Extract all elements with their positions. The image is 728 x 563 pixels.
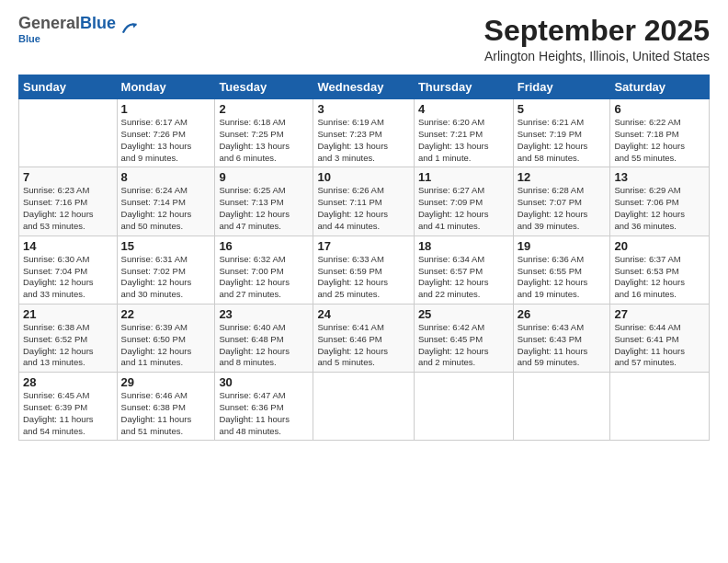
calendar-cell: 12Sunrise: 6:28 AM Sunset: 7:07 PM Dayli… — [513, 167, 610, 236]
day-number: 19 — [518, 239, 607, 253]
day-number: 20 — [614, 239, 705, 253]
logo-blue: Blue — [80, 14, 116, 32]
day-info: Sunrise: 6:43 AM Sunset: 6:43 PM Dayligh… — [518, 322, 607, 369]
calendar-cell: 26Sunrise: 6:43 AM Sunset: 6:43 PM Dayli… — [513, 304, 610, 372]
logo: GeneralBlue Blue — [18, 15, 138, 44]
calendar-cell: 3Sunrise: 6:19 AM Sunset: 7:23 PM Daylig… — [313, 99, 414, 167]
logo-text: GeneralBlue — [18, 15, 116, 33]
day-info: Sunrise: 6:23 AM Sunset: 7:16 PM Dayligh… — [23, 185, 113, 232]
calendar-cell: 9Sunrise: 6:25 AM Sunset: 7:13 PM Daylig… — [215, 167, 313, 236]
day-number: 26 — [518, 307, 607, 321]
day-number: 21 — [23, 307, 113, 321]
day-info: Sunrise: 6:25 AM Sunset: 7:13 PM Dayligh… — [219, 185, 309, 232]
calendar-cell: 28Sunrise: 6:45 AM Sunset: 6:39 PM Dayli… — [19, 373, 118, 441]
day-number: 5 — [518, 102, 607, 116]
day-info: Sunrise: 6:45 AM Sunset: 6:39 PM Dayligh… — [23, 390, 113, 437]
calendar-cell — [313, 373, 414, 441]
calendar-cell — [414, 373, 513, 441]
calendar-cell: 18Sunrise: 6:34 AM Sunset: 6:57 PM Dayli… — [414, 236, 513, 304]
day-info: Sunrise: 6:20 AM Sunset: 7:21 PM Dayligh… — [418, 117, 509, 164]
calendar-cell: 19Sunrise: 6:36 AM Sunset: 6:55 PM Dayli… — [513, 236, 610, 304]
day-info: Sunrise: 6:32 AM Sunset: 7:00 PM Dayligh… — [219, 254, 309, 301]
day-number: 11 — [418, 170, 509, 184]
calendar-cell: 2Sunrise: 6:18 AM Sunset: 7:25 PM Daylig… — [215, 99, 313, 167]
calendar-header-row: Sunday Monday Tuesday Wednesday Thursday… — [19, 75, 710, 99]
day-info: Sunrise: 6:18 AM Sunset: 7:25 PM Dayligh… — [219, 117, 309, 164]
calendar-week-4: 21Sunrise: 6:38 AM Sunset: 6:52 PM Dayli… — [19, 304, 710, 372]
calendar-cell: 7Sunrise: 6:23 AM Sunset: 7:16 PM Daylig… — [19, 167, 118, 236]
day-number: 10 — [317, 170, 409, 184]
day-info: Sunrise: 6:41 AM Sunset: 6:46 PM Dayligh… — [317, 322, 409, 369]
title-block: September 2025 Arlington Heights, Illino… — [484, 15, 710, 63]
calendar-cell: 16Sunrise: 6:32 AM Sunset: 7:00 PM Dayli… — [215, 236, 313, 304]
day-info: Sunrise: 6:37 AM Sunset: 6:53 PM Dayligh… — [614, 254, 705, 301]
calendar-cell: 30Sunrise: 6:47 AM Sunset: 6:36 PM Dayli… — [215, 373, 313, 441]
day-info: Sunrise: 6:33 AM Sunset: 6:59 PM Dayligh… — [317, 254, 409, 301]
calendar-cell: 8Sunrise: 6:24 AM Sunset: 7:14 PM Daylig… — [117, 167, 215, 236]
calendar-cell: 29Sunrise: 6:46 AM Sunset: 6:38 PM Dayli… — [117, 373, 215, 441]
calendar-cell: 22Sunrise: 6:39 AM Sunset: 6:50 PM Dayli… — [117, 304, 215, 372]
day-number: 16 — [219, 239, 309, 253]
calendar-cell: 5Sunrise: 6:21 AM Sunset: 7:19 PM Daylig… — [513, 99, 610, 167]
day-info: Sunrise: 6:30 AM Sunset: 7:04 PM Dayligh… — [23, 254, 113, 301]
calendar: Sunday Monday Tuesday Wednesday Thursday… — [18, 75, 710, 441]
day-number: 25 — [418, 307, 509, 321]
calendar-cell: 6Sunrise: 6:22 AM Sunset: 7:18 PM Daylig… — [610, 99, 710, 167]
calendar-cell — [610, 373, 710, 441]
day-number: 9 — [219, 170, 309, 184]
day-number: 1 — [121, 102, 211, 116]
day-number: 15 — [121, 239, 211, 253]
day-number: 18 — [418, 239, 509, 253]
day-info: Sunrise: 6:47 AM Sunset: 6:36 PM Dayligh… — [219, 390, 309, 437]
col-tuesday: Tuesday — [215, 75, 313, 99]
logo-blue-line: Blue — [18, 33, 116, 44]
col-saturday: Saturday — [610, 75, 710, 99]
day-number: 2 — [219, 102, 309, 116]
calendar-cell: 10Sunrise: 6:26 AM Sunset: 7:11 PM Dayli… — [313, 167, 414, 236]
day-info: Sunrise: 6:34 AM Sunset: 6:57 PM Dayligh… — [418, 254, 509, 301]
calendar-week-5: 28Sunrise: 6:45 AM Sunset: 6:39 PM Dayli… — [19, 373, 710, 441]
day-number: 13 — [614, 170, 705, 184]
month-title: September 2025 — [484, 15, 710, 47]
day-number: 12 — [518, 170, 607, 184]
day-number: 30 — [219, 375, 309, 389]
day-number: 27 — [614, 307, 705, 321]
day-info: Sunrise: 6:44 AM Sunset: 6:41 PM Dayligh… — [614, 322, 705, 369]
day-info: Sunrise: 6:28 AM Sunset: 7:07 PM Dayligh… — [518, 185, 607, 232]
calendar-cell: 23Sunrise: 6:40 AM Sunset: 6:48 PM Dayli… — [215, 304, 313, 372]
calendar-cell — [19, 99, 118, 167]
col-friday: Friday — [513, 75, 610, 99]
day-number: 24 — [317, 307, 409, 321]
calendar-week-3: 14Sunrise: 6:30 AM Sunset: 7:04 PM Dayli… — [19, 236, 710, 304]
day-number: 23 — [219, 307, 309, 321]
calendar-week-1: 1Sunrise: 6:17 AM Sunset: 7:26 PM Daylig… — [19, 99, 710, 167]
day-number: 3 — [317, 102, 409, 116]
day-number: 8 — [121, 170, 211, 184]
calendar-cell: 17Sunrise: 6:33 AM Sunset: 6:59 PM Dayli… — [313, 236, 414, 304]
day-number: 29 — [121, 375, 211, 389]
logo-general: General — [18, 14, 80, 32]
day-info: Sunrise: 6:21 AM Sunset: 7:19 PM Dayligh… — [518, 117, 607, 164]
day-number: 4 — [418, 102, 509, 116]
page: GeneralBlue Blue September 2025 Arlingto… — [0, 0, 728, 563]
day-info: Sunrise: 6:29 AM Sunset: 7:06 PM Dayligh… — [614, 185, 705, 232]
calendar-week-2: 7Sunrise: 6:23 AM Sunset: 7:16 PM Daylig… — [19, 167, 710, 236]
day-info: Sunrise: 6:17 AM Sunset: 7:26 PM Dayligh… — [121, 117, 211, 164]
day-number: 14 — [23, 239, 113, 253]
day-info: Sunrise: 6:36 AM Sunset: 6:55 PM Dayligh… — [518, 254, 607, 301]
calendar-cell: 1Sunrise: 6:17 AM Sunset: 7:26 PM Daylig… — [117, 99, 215, 167]
day-info: Sunrise: 6:22 AM Sunset: 7:18 PM Dayligh… — [614, 117, 705, 164]
calendar-cell: 27Sunrise: 6:44 AM Sunset: 6:41 PM Dayli… — [610, 304, 710, 372]
day-info: Sunrise: 6:27 AM Sunset: 7:09 PM Dayligh… — [418, 185, 509, 232]
calendar-cell: 4Sunrise: 6:20 AM Sunset: 7:21 PM Daylig… — [414, 99, 513, 167]
day-number: 22 — [121, 307, 211, 321]
calendar-cell: 21Sunrise: 6:38 AM Sunset: 6:52 PM Dayli… — [19, 304, 118, 372]
col-wednesday: Wednesday — [313, 75, 414, 99]
calendar-cell: 14Sunrise: 6:30 AM Sunset: 7:04 PM Dayli… — [19, 236, 118, 304]
calendar-cell: 20Sunrise: 6:37 AM Sunset: 6:53 PM Dayli… — [610, 236, 710, 304]
day-info: Sunrise: 6:31 AM Sunset: 7:02 PM Dayligh… — [121, 254, 211, 301]
calendar-cell: 13Sunrise: 6:29 AM Sunset: 7:06 PM Dayli… — [610, 167, 710, 236]
day-number: 28 — [23, 375, 113, 389]
day-info: Sunrise: 6:38 AM Sunset: 6:52 PM Dayligh… — [23, 322, 113, 369]
calendar-cell: 24Sunrise: 6:41 AM Sunset: 6:46 PM Dayli… — [313, 304, 414, 372]
